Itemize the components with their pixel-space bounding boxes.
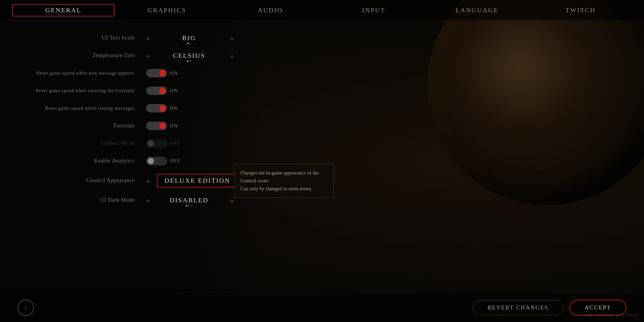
control-reset-speed-frostland: ON	[146, 87, 184, 95]
value-council-appearance: DELUXE EDITION	[157, 174, 238, 187]
tab-language[interactable]: LANGUAGE	[425, 4, 529, 17]
label-council-appearance: Council Appearance	[23, 177, 146, 184]
control-ui-dark-mode: « DISABLED »	[146, 196, 232, 204]
arrow-left-temperature-unit[interactable]: «	[146, 52, 148, 60]
setting-reset-speed-closing: Reset game speed when closing messages O…	[0, 100, 644, 117]
back-button[interactable]: ‹	[18, 299, 34, 316]
toggle-knob-enable-analytics	[148, 158, 154, 164]
arrow-right-ui-text-scale[interactable]: »	[230, 34, 232, 42]
tab-audio[interactable]: AUDIO	[219, 4, 322, 17]
label-reset-speed-frostland: Reset game speed when entering the frost…	[23, 88, 146, 94]
nav-tabs: GENERAL GRAPHICS AUDIO INPUT LANGUAGE TW…	[0, 0, 644, 20]
toggle-label-endless-mode: OFF	[170, 141, 184, 146]
label-reset-speed-message: Reset game speed when new message appear…	[23, 70, 146, 76]
control-reset-speed-message: ON	[146, 69, 184, 77]
toggle-wrap-enable-analytics: OFF	[146, 157, 184, 165]
version-text: GAME VERSION: 5.2.1-39119	[581, 313, 637, 317]
dots-temperature-unit	[187, 60, 191, 62]
council-appearance-tooltip: Changes the in-game appearance of the Co…	[234, 164, 334, 198]
dot-1	[186, 205, 187, 206]
control-temperature-unit: « CELSIUS »	[146, 52, 232, 60]
label-temperature-unit: Temperature Unit	[23, 52, 146, 59]
tooltip-text: Changes the in-game appearance of the Co…	[240, 169, 328, 193]
toggle-reset-speed-closing[interactable]	[146, 104, 167, 112]
bottom-bar: ‹ REVERT CHANGES ACCEPT	[0, 293, 644, 322]
toggle-endless-mode[interactable]	[146, 139, 167, 148]
tab-twitch[interactable]: TWITCH	[529, 4, 632, 17]
toggle-knob-tutorials	[159, 123, 166, 129]
setting-ui-text-scale: UI Text Scale « BIG »	[0, 29, 644, 47]
settings-area: UI Text Scale « BIG » Temperature Unit	[0, 20, 644, 293]
toggle-knob-reset-speed-closing	[159, 105, 166, 112]
toggle-label-enable-analytics: OFF	[170, 158, 184, 164]
control-enable-analytics: OFF	[146, 157, 184, 165]
dot-1	[187, 43, 189, 44]
setting-temperature-unit: Temperature Unit « CELSIUS »	[0, 47, 644, 64]
arrow-right-temperature-unit[interactable]: »	[230, 52, 232, 60]
setting-reset-speed-frostland: Reset game speed when entering the frost…	[0, 82, 644, 100]
control-endless-mode: OFF	[146, 139, 184, 148]
toggle-knob-reset-speed-frostland	[159, 88, 166, 94]
control-reset-speed-closing: ON	[146, 104, 184, 112]
control-council-appearance: « DELUXE EDITION »	[146, 174, 249, 187]
toggle-reset-speed-frostland[interactable]	[146, 87, 167, 95]
toggle-label-reset-speed-message: ON	[170, 70, 184, 76]
arrow-left-ui-dark-mode[interactable]: «	[146, 196, 148, 204]
toggle-knob-endless-mode	[148, 140, 154, 147]
tab-input[interactable]: INPUT	[322, 4, 425, 17]
toggle-label-tutorials: ON	[170, 123, 184, 129]
toggle-reset-speed-message[interactable]	[146, 69, 167, 77]
control-ui-text-scale: « BIG »	[146, 34, 232, 42]
dot-2	[190, 60, 191, 62]
tab-general[interactable]: GENERAL	[12, 4, 115, 17]
label-endless-mode: Endless Mode	[23, 140, 146, 147]
toggle-wrap-endless-mode: OFF	[146, 139, 184, 148]
value-temperature-unit: CELSIUS	[157, 52, 221, 59]
toggle-enable-analytics[interactable]	[146, 157, 167, 165]
tab-graphics[interactable]: GRAPHICS	[115, 4, 218, 17]
toggle-label-reset-speed-frostland: ON	[170, 88, 184, 94]
setting-council-appearance: Council Appearance « DELUXE EDITION » Ch…	[0, 170, 644, 191]
arrow-left-council-appearance[interactable]: «	[146, 177, 148, 185]
dot-3	[191, 205, 193, 206]
label-ui-text-scale: UI Text Scale	[23, 34, 146, 42]
arrow-left-ui-text-scale[interactable]: «	[146, 34, 148, 42]
dots-ui-text-scale	[187, 43, 191, 44]
dot-2	[190, 43, 191, 44]
control-tutorials: ON	[146, 122, 184, 130]
main-content: GENERAL GRAPHICS AUDIO INPUT LANGUAGE TW…	[0, 0, 644, 322]
label-ui-dark-mode: UI Dark Mode	[23, 196, 146, 204]
toggle-label-reset-speed-closing: ON	[170, 105, 184, 111]
dot-2	[189, 205, 190, 206]
dot-1	[187, 60, 189, 62]
value-ui-text-scale: BIG	[157, 34, 221, 42]
setting-endless-mode: Endless Mode OFF	[0, 135, 644, 152]
label-tutorials: Tutorials	[23, 122, 146, 129]
toggle-wrap-reset-speed-frostland: ON	[146, 87, 184, 95]
toggle-wrap-reset-speed-closing: ON	[146, 104, 184, 112]
settings-list: UI Text Scale « BIG » Temperature Unit	[0, 26, 644, 287]
toggle-wrap-tutorials: ON	[146, 122, 184, 130]
setting-tutorials: Tutorials ON	[0, 117, 644, 135]
setting-reset-speed-message: Reset game speed when new message appear…	[0, 64, 644, 82]
toggle-knob-reset-speed-message	[159, 70, 166, 76]
value-ui-dark-mode: DISABLED	[157, 196, 221, 204]
label-enable-analytics: Enable Analytics	[23, 157, 146, 165]
label-reset-speed-closing: Reset game speed when closing messages	[23, 105, 146, 112]
dots-ui-dark-mode	[186, 205, 193, 206]
arrow-right-ui-dark-mode[interactable]: »	[230, 196, 232, 204]
toggle-tutorials[interactable]	[146, 122, 167, 130]
toggle-wrap-reset-speed-message: ON	[146, 69, 184, 77]
revert-changes-button[interactable]: REVERT CHANGES	[472, 300, 564, 315]
